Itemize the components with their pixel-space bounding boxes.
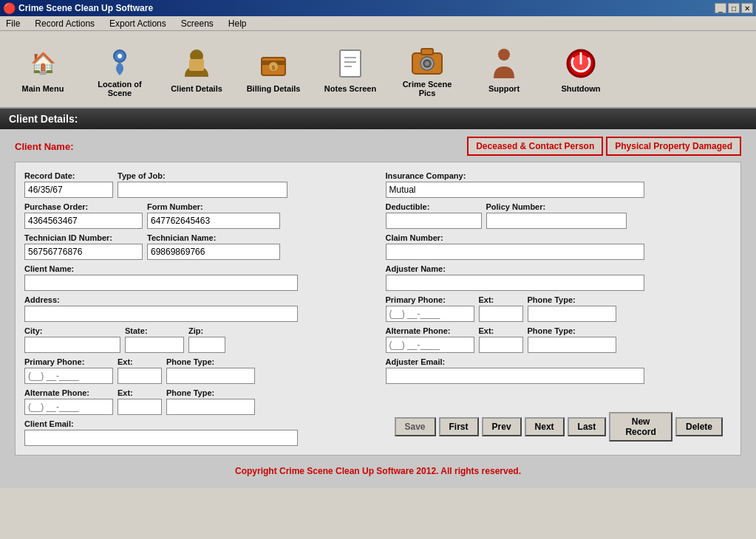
purchase-order-input[interactable] (24, 213, 143, 229)
right-alt-ext-input[interactable] (479, 337, 523, 353)
address-label: Address: (24, 295, 371, 304)
insurance-company-input[interactable] (386, 182, 644, 198)
toolbar-notes-screen[interactable]: Notes Screen (313, 43, 387, 96)
policy-number-label: Policy Number: (486, 202, 732, 211)
title-bar-icon: 🔴 (3, 2, 16, 14)
right-phone-type-group: Phone Type: (528, 295, 616, 322)
right-alt-phone-input[interactable] (386, 337, 474, 353)
adjuster-name-input[interactable] (386, 275, 644, 291)
close-button[interactable]: ✕ (741, 3, 753, 13)
client-name-row: Client Name: Deceased & Contact Person P… (15, 137, 741, 156)
toolbar-client-details[interactable]: Client Details (160, 43, 234, 96)
tech-id-input[interactable] (24, 244, 143, 260)
physical-property-tab[interactable]: Physical Property Damaged (606, 137, 741, 156)
title-bar: 🔴 Crime Scene Clean Up Software _ □ ✕ (0, 0, 756, 16)
client-name-field-input[interactable] (24, 275, 298, 291)
type-of-job-label: Type of Job: (118, 171, 371, 180)
title-bar-controls[interactable]: _ □ ✕ (715, 3, 753, 13)
new-record-button[interactable]: New Record (609, 412, 672, 442)
deductible-label: Deductible: (386, 202, 482, 211)
right-alt-ext-group: Ext: (479, 326, 523, 353)
policy-number-input[interactable] (486, 213, 627, 229)
alt-ext-label: Ext: (118, 388, 162, 397)
deductible-input[interactable] (386, 213, 482, 229)
deceased-contact-tab[interactable]: Deceased & Contact Person (467, 137, 603, 156)
menu-record-actions[interactable]: Record Actions (32, 18, 98, 29)
primary-phone-label: Primary Phone: (24, 357, 113, 366)
toolbar-location-of-scene[interactable]: Location of Scene (83, 38, 157, 100)
right-primary-phone-input[interactable] (386, 306, 474, 322)
primary-phone-row: Primary Phone: Ext: Phone Type: (24, 357, 371, 384)
zip-input[interactable] (188, 337, 225, 353)
deductible-group: Deductible: (386, 202, 482, 229)
right-primary-phone-label: Primary Phone: (386, 295, 474, 304)
svg-point-16 (425, 61, 429, 66)
form-left: Record Date: Type of Job: Purchase Order… (24, 171, 371, 446)
right-ext-input[interactable] (479, 306, 523, 322)
zip-label: Zip: (188, 326, 225, 335)
toolbar-billing-details[interactable]: $ Billing Details (236, 43, 310, 96)
city-input[interactable] (24, 337, 120, 353)
right-ext-group: Ext: (479, 295, 523, 322)
client-email-label: Client Email: (24, 419, 371, 428)
address-input[interactable] (24, 306, 298, 322)
client-name-field-label: Client Name: (24, 264, 371, 273)
purchase-form-row: Purchase Order: Form Number: (24, 202, 371, 229)
state-input[interactable] (125, 337, 184, 353)
menu-help[interactable]: Help (225, 18, 250, 29)
save-button[interactable]: Save (395, 417, 436, 436)
claim-number-label: Claim Number: (386, 233, 732, 242)
city-label: City: (24, 326, 120, 335)
record-date-input[interactable] (24, 182, 113, 198)
last-button[interactable]: Last (568, 417, 607, 436)
first-button[interactable]: First (439, 417, 479, 436)
claim-number-input[interactable] (386, 244, 644, 260)
primary-phone-input[interactable] (24, 368, 113, 384)
alt-phone-label: Alternate Phone: (24, 388, 113, 397)
menu-file[interactable]: File (3, 18, 23, 29)
toolbar-crime-scene-pics[interactable]: Crime Scene Pics (390, 38, 464, 100)
toolbar-shutdown[interactable]: Shutdown (544, 43, 618, 96)
svg-point-1 (118, 54, 122, 58)
alt-phone-type-group: Phone Type: (166, 388, 255, 415)
adjuster-email-input[interactable] (386, 368, 644, 384)
client-email-input[interactable] (24, 430, 298, 446)
alt-phone-type-input[interactable] (166, 399, 255, 415)
title-bar-text: Crime Scene Clean Up Software (18, 3, 153, 13)
maximize-button[interactable]: □ (728, 3, 740, 13)
alt-ext-input[interactable] (118, 399, 162, 415)
tech-row: Technician ID Number: Technician Name: (24, 233, 371, 260)
menu-screens[interactable]: Screens (178, 18, 217, 29)
delete-button[interactable]: Delete (675, 417, 723, 436)
client-name-field-group: Client Name: (24, 264, 371, 291)
bottom-row: Save First Prev Next Last New Record Del… (386, 405, 732, 446)
main-menu-label: Main Menu (22, 84, 64, 93)
right-phone-type-input[interactable] (528, 306, 616, 322)
ext-label: Ext: (118, 357, 162, 366)
insurance-company-label: Insurance Company: (386, 171, 732, 180)
phone-type-input[interactable] (166, 368, 255, 384)
right-alt-phone-group: Alternate Phone: (386, 326, 474, 353)
ext-input[interactable] (118, 368, 162, 384)
phone-type-group: Phone Type: (166, 357, 255, 384)
form-number-input[interactable] (147, 213, 280, 229)
right-alt-phone-type-input[interactable] (528, 337, 616, 353)
type-of-job-input[interactable] (118, 182, 287, 198)
toolbar-main-menu[interactable]: 🏠 Main Menu (6, 43, 80, 96)
toolbar-support[interactable]: Support (467, 43, 541, 96)
next-button[interactable]: Next (525, 417, 565, 436)
policy-number-group: Policy Number: (486, 202, 732, 229)
right-alt-phone-type-group: Phone Type: (528, 326, 616, 353)
svg-rect-8 (340, 50, 361, 77)
tech-id-label: Technician ID Number: (24, 233, 143, 242)
shutdown-label: Shutdown (561, 84, 600, 93)
adjuster-email-group: Adjuster Email: (386, 357, 732, 384)
menu-export-actions[interactable]: Export Actions (106, 18, 169, 29)
tech-name-input[interactable] (147, 244, 280, 260)
record-date-row: Record Date: Type of Job: (24, 171, 371, 198)
minimize-button[interactable]: _ (715, 3, 726, 13)
alt-phone-row: Alternate Phone: Ext: Phone Type: (24, 388, 371, 415)
camera-icon (409, 41, 445, 77)
prev-button[interactable]: Prev (482, 417, 522, 436)
alt-phone-input[interactable] (24, 399, 113, 415)
